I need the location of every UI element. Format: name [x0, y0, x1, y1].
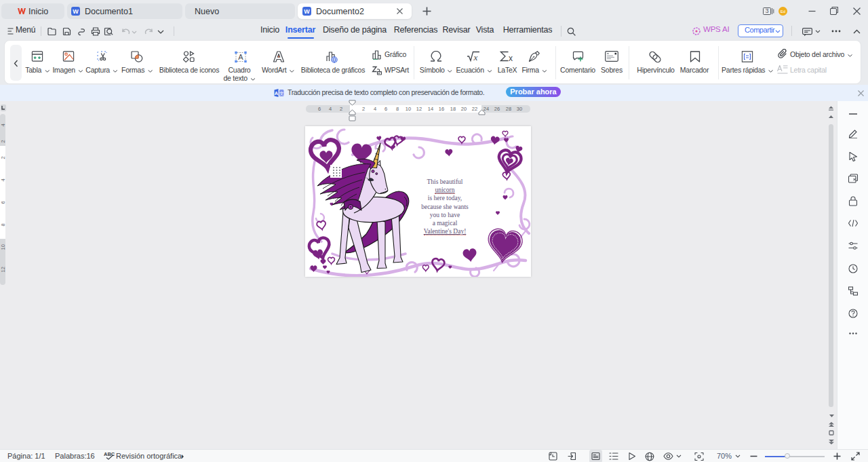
svg-text:x: x: [473, 52, 478, 62]
svg-text:3: 3: [766, 7, 769, 14]
svg-text:A: A: [275, 90, 279, 96]
svg-text:A: A: [238, 53, 243, 61]
svg-text:文: 文: [279, 91, 284, 96]
svg-text:ABC: ABC: [104, 451, 115, 457]
svg-text:x: x: [509, 54, 513, 62]
